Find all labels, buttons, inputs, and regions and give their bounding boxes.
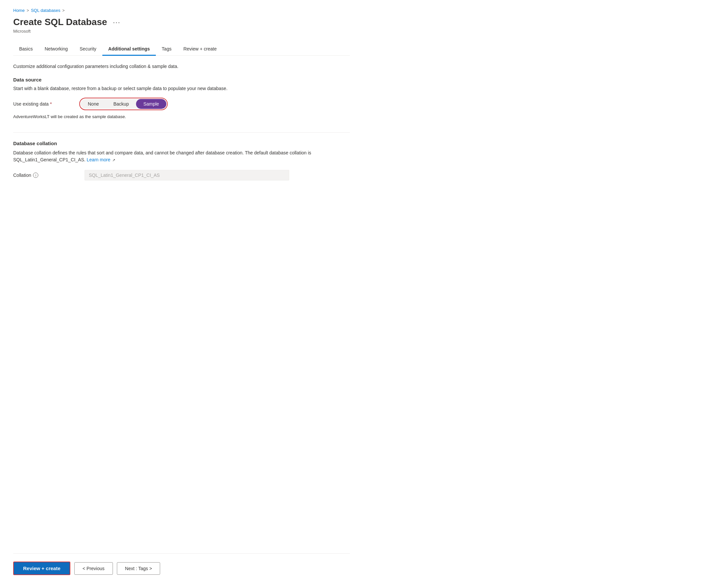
collation-input[interactable]	[84, 170, 289, 181]
use-existing-data-row: Use existing data * None Backup Sample	[13, 98, 350, 110]
toggle-sample[interactable]: Sample	[136, 99, 166, 109]
ellipsis-button[interactable]: ···	[111, 18, 123, 27]
page-title: Create SQL Database	[13, 17, 107, 27]
section-description: Customize additional configuration param…	[13, 64, 350, 69]
sample-note: AdventureWorksLT will be created as the …	[13, 114, 350, 119]
tab-review-create[interactable]: Review + create	[177, 43, 223, 56]
tab-security[interactable]: Security	[74, 43, 102, 56]
collation-label: Collation i	[13, 172, 79, 178]
section-divider	[13, 132, 350, 133]
database-collation-section: Database collation Database collation de…	[13, 141, 350, 191]
required-indicator: *	[50, 101, 52, 107]
previous-button[interactable]: < Previous	[74, 562, 113, 575]
breadcrumb-sep1: >	[27, 8, 29, 13]
data-source-toggle-wrapper: None Backup Sample	[79, 98, 168, 110]
data-source-desc: Start with a blank database, restore fro…	[13, 86, 350, 91]
external-link-icon: ↗	[112, 158, 115, 162]
tab-networking[interactable]: Networking	[38, 43, 74, 56]
toggle-backup[interactable]: Backup	[106, 99, 136, 109]
data-source-section: Data source Start with a blank database,…	[13, 77, 350, 130]
page-subtitle: Microsoft	[13, 29, 350, 34]
breadcrumb: Home > SQL databases >	[13, 8, 350, 13]
review-create-button[interactable]: Review + create	[13, 561, 70, 575]
breadcrumb-home[interactable]: Home	[13, 8, 25, 13]
tab-additional-settings[interactable]: Additional settings	[102, 43, 156, 56]
breadcrumb-sep2: >	[62, 8, 65, 13]
breadcrumb-sql-databases[interactable]: SQL databases	[31, 8, 60, 13]
data-source-heading: Data source	[13, 77, 350, 82]
collation-info-icon[interactable]: i	[33, 172, 38, 178]
tab-basics[interactable]: Basics	[13, 43, 38, 56]
footer-bar: Review + create < Previous Next : Tags >	[13, 553, 350, 575]
collation-field-row: Collation i	[13, 170, 350, 181]
learn-more-link[interactable]: Learn more	[87, 157, 111, 162]
tab-tags[interactable]: Tags	[156, 43, 178, 56]
toggle-none[interactable]: None	[81, 99, 106, 109]
collation-desc: Database collation defines the rules tha…	[13, 149, 350, 163]
tabs-nav: Basics Networking Security Additional se…	[13, 43, 350, 56]
use-existing-data-label: Use existing data *	[13, 101, 79, 107]
collation-heading: Database collation	[13, 141, 350, 146]
next-button[interactable]: Next : Tags >	[117, 562, 160, 575]
data-source-toggle-group: None Backup Sample	[81, 99, 166, 109]
